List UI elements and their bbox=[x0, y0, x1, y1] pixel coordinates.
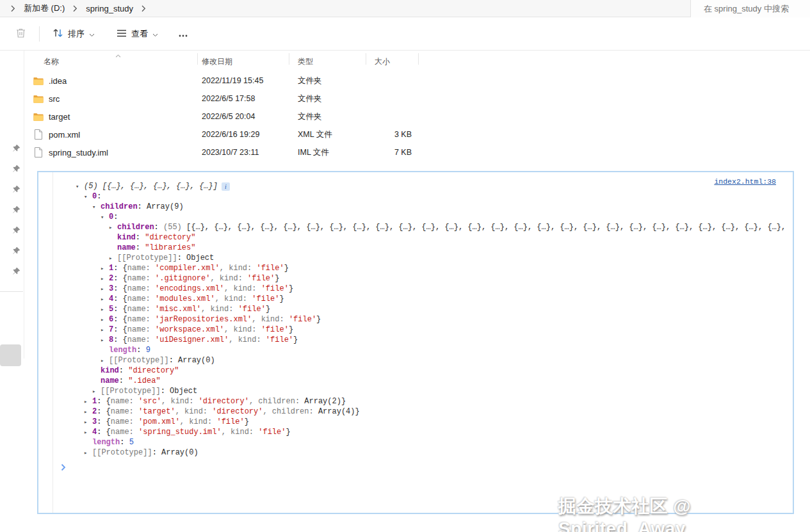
chevron-right-icon[interactable] bbox=[136, 5, 152, 12]
file-name: src bbox=[49, 94, 197, 104]
pinned-item-pin-icon[interactable] bbox=[12, 184, 21, 193]
pinned-item-pin-icon[interactable] bbox=[12, 246, 21, 255]
tree-expand-icon[interactable]: ▾ bbox=[76, 182, 84, 192]
console-token: name: bbox=[127, 294, 155, 303]
console-token: : { bbox=[97, 397, 111, 406]
console-token: "libraries" bbox=[145, 243, 195, 252]
pinned-item-pin-icon[interactable] bbox=[12, 164, 21, 173]
pinned-item-pin-icon[interactable] bbox=[12, 266, 21, 275]
file-type: 文件夹 bbox=[289, 93, 366, 104]
tree-expand-icon[interactable]: ▸ bbox=[101, 335, 109, 346]
console-token: : { bbox=[113, 335, 127, 344]
search-input[interactable] bbox=[691, 4, 810, 13]
console-token: } bbox=[245, 417, 249, 426]
file-row[interactable]: target2022/6/5 20:04文件夹 bbox=[26, 108, 418, 125]
console-token: Array(4)} bbox=[318, 407, 360, 416]
breadcrumb-item-folder[interactable]: spring_study bbox=[83, 4, 136, 13]
chevron-right-icon[interactable] bbox=[67, 5, 83, 12]
file-size: 3 KB bbox=[366, 130, 418, 139]
console-token: name: bbox=[127, 284, 155, 293]
file-type: 文件夹 bbox=[289, 111, 366, 122]
file-row[interactable]: spring_study.iml2023/10/7 23:11IML 文件7 K… bbox=[26, 143, 418, 161]
tree-expand-icon[interactable]: ▸ bbox=[101, 325, 109, 335]
console-token: , children: bbox=[249, 397, 304, 406]
tree-expand-icon[interactable]: ▸ bbox=[84, 397, 92, 407]
column-divider[interactable] bbox=[197, 53, 198, 65]
console-token: 'compiler.xml' bbox=[155, 264, 220, 273]
column-divider[interactable] bbox=[366, 53, 366, 65]
console-token: : { bbox=[113, 315, 127, 324]
console-token: , kind: bbox=[220, 264, 257, 273]
tree-expand-icon[interactable]: ▸ bbox=[101, 294, 109, 305]
column-divider[interactable] bbox=[418, 53, 419, 65]
console-token: name bbox=[117, 243, 136, 252]
tree-expand-icon[interactable]: ▾ bbox=[101, 213, 109, 223]
tree-expand-icon[interactable]: ▸ bbox=[101, 264, 109, 274]
file-row[interactable]: .idea2022/11/19 15:45文件夹 bbox=[26, 72, 418, 90]
console-token: : bbox=[136, 346, 145, 355]
column-divider[interactable] bbox=[289, 53, 289, 65]
tree-expand-icon[interactable]: ▸ bbox=[101, 356, 109, 366]
file-type: XML 文件 bbox=[289, 129, 366, 140]
column-header-type[interactable]: 类型 bbox=[289, 54, 366, 69]
console-token: : bbox=[136, 243, 145, 252]
console-tree-line: ▸1: {name: 'compiler.xml', kind: 'file'} bbox=[54, 263, 793, 273]
tree-expand-icon[interactable]: ▸ bbox=[109, 254, 117, 264]
delete-button[interactable] bbox=[9, 23, 33, 45]
column-header-name[interactable]: 名称 bbox=[26, 54, 197, 69]
file-type: IML 文件 bbox=[289, 147, 366, 158]
console-gutter bbox=[38, 172, 53, 513]
chevron-down-icon bbox=[89, 29, 95, 39]
console-token: : bbox=[119, 366, 128, 375]
pinned-item-pin-icon[interactable] bbox=[12, 143, 21, 152]
column-header-date[interactable]: 修改日期 bbox=[197, 54, 289, 69]
console-prompt[interactable] bbox=[54, 463, 793, 474]
chevron-right-icon[interactable] bbox=[5, 5, 21, 12]
console-tree-line: kind: "directory" bbox=[54, 366, 793, 376]
file-row[interactable]: src2022/6/5 17:58文件夹 bbox=[26, 90, 418, 108]
console-tree-line: ▸8: {name: 'uiDesigner.xml', kind: 'file… bbox=[54, 335, 793, 345]
console-token: : bbox=[97, 192, 106, 201]
see-more-button[interactable] bbox=[171, 23, 195, 45]
console-token: name: bbox=[111, 397, 138, 406]
file-row[interactable]: pom.xml2022/6/16 19:29XML 文件3 KB bbox=[26, 125, 418, 143]
tree-expand-icon[interactable]: ▸ bbox=[101, 274, 109, 284]
folder-icon bbox=[26, 76, 44, 86]
console-tree-line: ▸4: {name: 'spring_study.iml', kind: 'fi… bbox=[54, 427, 793, 437]
tree-expand-icon[interactable]: ▸ bbox=[109, 223, 117, 233]
console-token: name: bbox=[111, 417, 138, 426]
explorer-window: 新加卷 (D:) spring_study 排序 bbox=[0, 0, 810, 532]
tree-expand-icon[interactable]: ▸ bbox=[84, 448, 92, 458]
sort-button[interactable]: 排序 bbox=[46, 24, 101, 44]
column-header-size[interactable]: 大小 bbox=[366, 54, 418, 69]
tree-expand-icon[interactable]: ▸ bbox=[101, 315, 109, 325]
console-token: : { bbox=[113, 294, 127, 303]
info-icon[interactable]: i bbox=[222, 182, 230, 191]
tree-expand-icon[interactable]: ▸ bbox=[84, 417, 92, 428]
tree-expand-icon[interactable]: ▸ bbox=[84, 407, 92, 417]
tree-expand-icon[interactable]: ▸ bbox=[92, 387, 101, 397]
console-tree-line: kind: "directory" bbox=[54, 232, 793, 243]
file-name: .idea bbox=[49, 76, 197, 86]
sort-label: 排序 bbox=[68, 28, 85, 40]
tree-expand-icon[interactable]: ▸ bbox=[101, 284, 109, 294]
console-token: : bbox=[138, 202, 147, 211]
search-box[interactable] bbox=[690, 0, 810, 17]
pinned-item-pin-icon[interactable] bbox=[12, 225, 21, 234]
tree-expand-icon[interactable]: ▾ bbox=[84, 192, 92, 202]
breadcrumb-item-drive[interactable]: 新加卷 (D:) bbox=[21, 3, 67, 14]
tree-expand-icon[interactable]: ▾ bbox=[92, 202, 101, 213]
view-list-icon bbox=[117, 29, 127, 39]
tree-expand-icon[interactable]: ▸ bbox=[101, 305, 109, 315]
console-token: : { bbox=[113, 274, 127, 283]
view-button[interactable]: 查看 bbox=[110, 24, 165, 44]
folder-icon bbox=[26, 94, 44, 104]
tree-expand-icon[interactable]: ▸ bbox=[84, 428, 92, 438]
console-token: : { bbox=[97, 428, 111, 437]
console-token: [[Prototype]] bbox=[92, 448, 152, 457]
pinned-item-pin-icon[interactable] bbox=[12, 205, 21, 214]
console-token: , kind: bbox=[201, 305, 238, 314]
nav-scrollbar-thumb[interactable] bbox=[0, 344, 21, 366]
console-token: [[Prototype]] bbox=[101, 387, 161, 396]
console-token: kind bbox=[117, 233, 136, 242]
